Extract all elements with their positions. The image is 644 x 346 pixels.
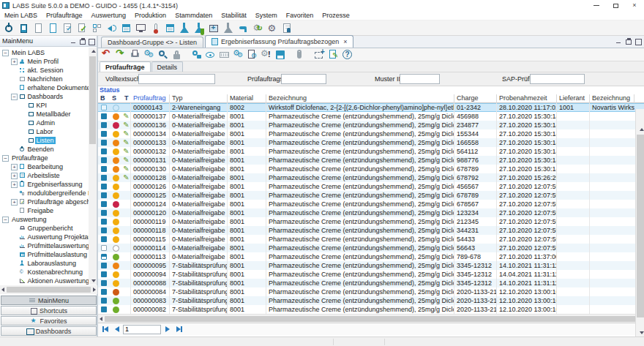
muster-id-input[interactable] [400, 74, 440, 84]
menu-stabilit-t[interactable]: Stabilität [217, 11, 251, 20]
collapse-icon[interactable] [2, 217, 9, 223]
column-header-lieferant[interactable]: Lieferant [557, 94, 590, 103]
mainmenu-button[interactable]: MainMenu [1, 296, 97, 305]
expand-icon[interactable] [11, 181, 18, 188]
sidebar-item-freigabe[interactable]: Freigabe [0, 206, 89, 215]
table-row[interactable]: ✎0000001280-Materialfreigabe8001Pharmaze… [98, 173, 644, 182]
column-header-s[interactable]: S [110, 94, 122, 103]
tab-close-icon[interactable]: × [343, 38, 347, 45]
table-row[interactable]: 0000000947-Stabilitätsprüfung8001Pharmaz… [98, 270, 644, 279]
column-header-probenahmezeit[interactable]: Probenahmezeit [497, 94, 557, 103]
grid-horizontal-scrollbar[interactable] [98, 314, 644, 323]
mdi-restore-icon[interactable] [625, 38, 632, 45]
table-row[interactable]: 0000000957-Stabilitätsprüfung8001Pharmaz… [98, 261, 644, 270]
gears-button[interactable] [142, 48, 156, 61]
sidebar-item-admin[interactable]: Admin [0, 119, 89, 127]
tab-ergebniserfassung-pr-fauftragsbezogen[interactable]: Ergebniserfassung Prüfauftragsbezogen× [205, 35, 353, 48]
mdi-minimize-icon[interactable] [615, 38, 622, 45]
clipboard-button[interactable] [16, 21, 31, 35]
sidebar-item-listen[interactable]: Listen [0, 136, 89, 145]
collapse-icon[interactable] [2, 155, 9, 162]
menu-auswertung[interactable]: Auswertung [87, 11, 131, 20]
table-row[interactable]: 0000001180-Materialfreigabe8001Pharmazeu… [98, 226, 644, 235]
sidebar-item-metallb-der[interactable]: Metallbäder [0, 110, 89, 119]
table-row[interactable]: 000001432-Wareneingang8002Wirkstoff Dicl… [98, 103, 644, 112]
table-row[interactable]: ✎0000001300-Materialfreigabe8001Pharmaze… [98, 165, 644, 173]
table-row[interactable]: ✎0000001360-Materialfreigabe8001Pharmaze… [98, 121, 644, 129]
expand-icon[interactable] [11, 164, 18, 170]
flask-outline-button[interactable] [221, 21, 236, 35]
sidebar-item-akt-session[interactable]: akt. Session [0, 66, 89, 75]
last-record-button[interactable] [173, 325, 184, 334]
gears2-button[interactable] [231, 48, 245, 61]
panel-minimize-icon[interactable] [70, 38, 77, 45]
sidebar-item-arbeitsliste[interactable]: Arbeitsliste [0, 171, 89, 180]
list-button[interactable] [162, 21, 177, 35]
menu-pr-fauftr-ge[interactable]: Prüfaufträge [42, 11, 87, 20]
sidebar-item-dashboards[interactable]: Dashboards [0, 92, 89, 101]
panel-float-icon[interactable] [79, 38, 86, 45]
image-add-button[interactable] [206, 21, 221, 35]
column-header-charge[interactable]: Charge [454, 94, 497, 103]
settings-gear-button[interactable] [265, 21, 280, 35]
table-row[interactable]: 0000001130-Materialfreigabe8001Pharmazeu… [98, 252, 644, 261]
add-frame-button[interactable] [312, 48, 326, 61]
sidebar-vertical-scrollbar[interactable] [89, 48, 97, 285]
table-row[interactable]: 0000001200-Materialfreigabe8001Pharmazeu… [98, 208, 644, 217]
table-row[interactable]: 0000000837-Stabilitätsprüfung8001Pharmaz… [98, 296, 644, 305]
document-outline-button[interactable] [45, 21, 60, 35]
sidebar-item-kpi[interactable]: KPI [0, 101, 89, 110]
column-header-b[interactable]: B [98, 94, 110, 103]
keyboard-button[interactable] [217, 48, 231, 61]
gear-alert-button[interactable] [259, 48, 273, 61]
collapse-icon[interactable] [2, 50, 9, 56]
menu-prozesse[interactable]: Prozesse [318, 11, 354, 20]
approve-button[interactable] [75, 21, 89, 35]
menu-mein-labs[interactable]: Mein LABS [0, 11, 42, 20]
checklist-button[interactable] [60, 21, 75, 35]
power-button[interactable] [1, 21, 16, 35]
table-row[interactable]: 0000001240-Materialfreigabe8001Pharmazeu… [98, 200, 644, 208]
help-button[interactable] [340, 48, 354, 61]
clipboard-gear-button[interactable] [245, 48, 259, 61]
monitor-chart-button[interactable] [133, 21, 148, 35]
undo-button[interactable] [100, 48, 114, 61]
faucet-button[interactable] [236, 21, 250, 35]
menu-system[interactable]: System [251, 11, 282, 20]
collapse-icon[interactable] [11, 94, 18, 100]
sidebar-item-laborauslastung[interactable]: Laborauslastung [0, 259, 89, 268]
sidebar-item-bearbeitung[interactable]: Bearbeitung [0, 162, 89, 171]
sidebar-item-mein-labs[interactable]: Mein LABS [0, 48, 89, 57]
column-header-bezeichnung[interactable]: Bezeichnung [590, 94, 634, 103]
favorites-button[interactable]: ★Favorites [1, 316, 97, 326]
tab-dashboard-gruppe-listen[interactable]: Dashboard-Gruppe <> - Listen [101, 37, 203, 48]
menu-favoriten[interactable]: Favoriten [282, 11, 318, 20]
sidebar-item-pr-fauftr-ge[interactable]: Prüfaufträge [0, 154, 89, 162]
maximize-icon[interactable] [606, 0, 625, 11]
sidebar-item-modul-bergreifende-liste[interactable]: modulübergreifende Liste [0, 189, 89, 198]
lock-button[interactable] [170, 48, 184, 61]
save-button[interactable] [273, 48, 287, 61]
record-number-input[interactable] [123, 325, 161, 334]
sidebar-item-beenden[interactable]: Beenden [0, 145, 89, 154]
table-row[interactable]: 0000001190-Materialfreigabe8001Pharmazeu… [98, 217, 644, 226]
mdi-maximize-icon[interactable] [634, 38, 641, 45]
table-row[interactable]: 0000001250-Materialfreigabe8001Pharmazeu… [98, 191, 644, 200]
menu-produktion[interactable]: Produktion [130, 11, 171, 20]
thermometer-button[interactable] [148, 21, 162, 35]
sidebar-item-auswertung-projektauftr-g[interactable]: Auswertung Projektaufträg [0, 233, 89, 241]
table-row[interactable]: 0000000827-Stabilitätsprüfung8001Pharmaz… [98, 305, 644, 314]
column-header-pr-fauftrag[interactable]: Prüfauftrag [131, 94, 170, 103]
document-button[interactable] [31, 21, 45, 35]
table-row[interactable]: ✎0000001320-Materialfreigabe8001Pharmaze… [98, 147, 644, 156]
worklist-button[interactable] [119, 21, 133, 35]
shortcuts-button[interactable]: Shortcuts [1, 306, 97, 315]
report-person-button[interactable] [280, 21, 294, 35]
dashboards-button[interactable]: Dashboards [1, 326, 97, 336]
minimize-icon[interactable] [587, 0, 606, 11]
table-row[interactable]: ✎0000001340-Materialfreigabe8001Pharmaze… [98, 129, 644, 138]
table-row[interactable]: ✎0000001330-Materialfreigabe8001Pharmaze… [98, 138, 644, 147]
sidebar-item-erhaltene-dokumente[interactable]: erhaltene Dokumente [0, 83, 89, 92]
sidebar-item-aktionen-auswertung[interactable]: Aktionen Auswertung [0, 277, 89, 285]
pr-fauftrags-id-input[interactable] [281, 74, 326, 84]
